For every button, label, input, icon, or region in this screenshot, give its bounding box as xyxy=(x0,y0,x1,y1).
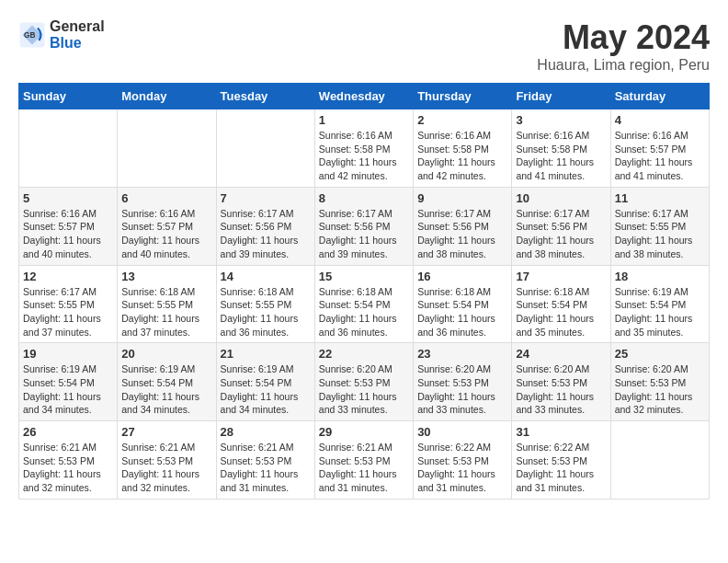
calendar-cell: 30Sunrise: 6:22 AM Sunset: 5:53 PM Dayli… xyxy=(414,421,512,500)
day-info: Sunrise: 6:21 AM Sunset: 5:53 PM Dayligh… xyxy=(23,441,113,495)
week-row-3: 12Sunrise: 6:17 AM Sunset: 5:55 PM Dayli… xyxy=(19,265,710,343)
day-number: 10 xyxy=(516,191,606,205)
day-info: Sunrise: 6:21 AM Sunset: 5:53 PM Dayligh… xyxy=(121,441,211,495)
calendar-cell xyxy=(19,109,118,188)
calendar-cell: 24Sunrise: 6:20 AM Sunset: 5:53 PM Dayli… xyxy=(512,343,610,421)
day-number: 3 xyxy=(516,113,606,127)
calendar-cell: 7Sunrise: 6:17 AM Sunset: 5:56 PM Daylig… xyxy=(216,187,314,265)
day-number: 14 xyxy=(221,270,311,283)
calendar-cell: 20Sunrise: 6:19 AM Sunset: 5:54 PM Dayli… xyxy=(118,343,216,421)
calendar-cell: 18Sunrise: 6:19 AM Sunset: 5:54 PM Dayli… xyxy=(610,265,709,343)
calendar-cell: 13Sunrise: 6:18 AM Sunset: 5:55 PM Dayli… xyxy=(118,265,216,343)
day-number: 15 xyxy=(319,270,409,283)
day-number: 21 xyxy=(221,347,311,361)
day-number: 16 xyxy=(417,270,507,283)
calendar-cell: 15Sunrise: 6:18 AM Sunset: 5:54 PM Dayli… xyxy=(314,265,413,343)
day-number: 18 xyxy=(615,270,705,283)
calendar-cell: 12Sunrise: 6:17 AM Sunset: 5:55 PM Dayli… xyxy=(19,265,118,343)
day-number: 2 xyxy=(417,113,507,127)
weekday-header-wednesday: Wednesday xyxy=(314,84,413,109)
weekday-header-tuesday: Tuesday xyxy=(216,84,314,109)
week-row-1: 1Sunrise: 6:16 AM Sunset: 5:58 PM Daylig… xyxy=(19,109,710,188)
day-number: 4 xyxy=(615,113,705,127)
day-info: Sunrise: 6:21 AM Sunset: 5:53 PM Dayligh… xyxy=(221,441,311,495)
day-info: Sunrise: 6:18 AM Sunset: 5:54 PM Dayligh… xyxy=(417,285,507,339)
svg-text:GB: GB xyxy=(24,31,35,40)
day-number: 17 xyxy=(516,270,606,283)
day-info: Sunrise: 6:19 AM Sunset: 5:54 PM Dayligh… xyxy=(615,285,705,339)
day-info: Sunrise: 6:18 AM Sunset: 5:55 PM Dayligh… xyxy=(121,285,211,339)
day-info: Sunrise: 6:16 AM Sunset: 5:57 PM Dayligh… xyxy=(23,207,113,261)
weekday-header-monday: Monday xyxy=(118,84,216,109)
day-number: 6 xyxy=(121,191,211,205)
calendar-cell: 9Sunrise: 6:17 AM Sunset: 5:56 PM Daylig… xyxy=(414,187,512,265)
day-info: Sunrise: 6:18 AM Sunset: 5:55 PM Dayligh… xyxy=(221,285,311,339)
calendar-cell: 26Sunrise: 6:21 AM Sunset: 5:53 PM Dayli… xyxy=(19,421,118,500)
day-number: 22 xyxy=(319,347,409,361)
calendar-cell: 8Sunrise: 6:17 AM Sunset: 5:56 PM Daylig… xyxy=(314,187,413,265)
calendar-cell: 29Sunrise: 6:21 AM Sunset: 5:53 PM Dayli… xyxy=(314,421,413,500)
title-section: May 2024 Huaura, Lima region, Peru xyxy=(537,18,710,74)
header: GB General Blue May 2024 Huaura, Lima re… xyxy=(18,18,710,74)
calendar-cell: 22Sunrise: 6:20 AM Sunset: 5:53 PM Dayli… xyxy=(314,343,413,421)
subtitle: Huaura, Lima region, Peru xyxy=(537,57,710,74)
day-info: Sunrise: 6:22 AM Sunset: 5:53 PM Dayligh… xyxy=(417,441,507,495)
main-title: May 2024 xyxy=(537,18,710,57)
day-number: 29 xyxy=(319,425,409,439)
day-info: Sunrise: 6:16 AM Sunset: 5:57 PM Dayligh… xyxy=(121,207,211,261)
day-number: 1 xyxy=(319,113,409,127)
day-info: Sunrise: 6:20 AM Sunset: 5:53 PM Dayligh… xyxy=(615,362,705,417)
weekday-header-row: SundayMondayTuesdayWednesdayThursdayFrid… xyxy=(19,84,710,109)
day-info: Sunrise: 6:19 AM Sunset: 5:54 PM Dayligh… xyxy=(23,362,113,417)
calendar-cell: 25Sunrise: 6:20 AM Sunset: 5:53 PM Dayli… xyxy=(610,343,709,421)
day-info: Sunrise: 6:20 AM Sunset: 5:53 PM Dayligh… xyxy=(516,362,606,417)
calendar-cell: 23Sunrise: 6:20 AM Sunset: 5:53 PM Dayli… xyxy=(414,343,512,421)
weekday-header-sunday: Sunday xyxy=(19,84,118,109)
day-number: 9 xyxy=(417,191,507,205)
calendar-cell: 14Sunrise: 6:18 AM Sunset: 5:55 PM Dayli… xyxy=(216,265,314,343)
day-info: Sunrise: 6:20 AM Sunset: 5:53 PM Dayligh… xyxy=(417,362,507,417)
calendar-cell: 10Sunrise: 6:17 AM Sunset: 5:56 PM Dayli… xyxy=(512,187,610,265)
calendar-cell: 27Sunrise: 6:21 AM Sunset: 5:53 PM Dayli… xyxy=(118,421,216,500)
weekday-header-saturday: Saturday xyxy=(610,84,709,109)
day-info: Sunrise: 6:16 AM Sunset: 5:58 PM Dayligh… xyxy=(516,129,606,183)
calendar-cell xyxy=(118,109,216,188)
day-number: 5 xyxy=(23,191,113,205)
calendar-cell: 28Sunrise: 6:21 AM Sunset: 5:53 PM Dayli… xyxy=(216,421,314,500)
day-info: Sunrise: 6:16 AM Sunset: 5:57 PM Dayligh… xyxy=(615,129,705,183)
calendar-cell: 4Sunrise: 6:16 AM Sunset: 5:57 PM Daylig… xyxy=(610,109,709,188)
day-info: Sunrise: 6:17 AM Sunset: 5:56 PM Dayligh… xyxy=(221,207,311,261)
day-info: Sunrise: 6:19 AM Sunset: 5:54 PM Dayligh… xyxy=(221,362,311,417)
day-info: Sunrise: 6:19 AM Sunset: 5:54 PM Dayligh… xyxy=(121,362,211,417)
week-row-5: 26Sunrise: 6:21 AM Sunset: 5:53 PM Dayli… xyxy=(19,421,710,500)
calendar-cell: 16Sunrise: 6:18 AM Sunset: 5:54 PM Dayli… xyxy=(414,265,512,343)
day-number: 26 xyxy=(23,425,113,439)
logo: GB General Blue xyxy=(18,18,105,51)
logo-icon: GB xyxy=(18,21,46,49)
calendar-cell: 19Sunrise: 6:19 AM Sunset: 5:54 PM Dayli… xyxy=(19,343,118,421)
logo-text: General Blue xyxy=(50,18,105,51)
day-number: 20 xyxy=(121,347,211,361)
calendar-cell: 6Sunrise: 6:16 AM Sunset: 5:57 PM Daylig… xyxy=(118,187,216,265)
day-info: Sunrise: 6:18 AM Sunset: 5:54 PM Dayligh… xyxy=(516,285,606,339)
day-info: Sunrise: 6:21 AM Sunset: 5:53 PM Dayligh… xyxy=(319,441,409,495)
day-number: 12 xyxy=(23,270,113,283)
day-number: 30 xyxy=(417,425,507,439)
day-info: Sunrise: 6:20 AM Sunset: 5:53 PM Dayligh… xyxy=(319,362,409,417)
day-number: 27 xyxy=(121,425,211,439)
day-info: Sunrise: 6:17 AM Sunset: 5:55 PM Dayligh… xyxy=(23,285,113,339)
day-number: 11 xyxy=(615,191,705,205)
calendar-cell: 31Sunrise: 6:22 AM Sunset: 5:53 PM Dayli… xyxy=(512,421,610,500)
day-info: Sunrise: 6:16 AM Sunset: 5:58 PM Dayligh… xyxy=(319,129,409,183)
page-container: GB General Blue May 2024 Huaura, Lima re… xyxy=(18,18,710,500)
day-info: Sunrise: 6:18 AM Sunset: 5:54 PM Dayligh… xyxy=(319,285,409,339)
day-number: 7 xyxy=(221,191,311,205)
day-number: 23 xyxy=(417,347,507,361)
day-number: 19 xyxy=(23,347,113,361)
day-number: 13 xyxy=(121,270,211,283)
day-info: Sunrise: 6:22 AM Sunset: 5:53 PM Dayligh… xyxy=(516,441,606,495)
calendar-cell: 5Sunrise: 6:16 AM Sunset: 5:57 PM Daylig… xyxy=(19,187,118,265)
calendar-cell: 21Sunrise: 6:19 AM Sunset: 5:54 PM Dayli… xyxy=(216,343,314,421)
day-info: Sunrise: 6:17 AM Sunset: 5:56 PM Dayligh… xyxy=(516,207,606,261)
day-info: Sunrise: 6:17 AM Sunset: 5:55 PM Dayligh… xyxy=(615,207,705,261)
